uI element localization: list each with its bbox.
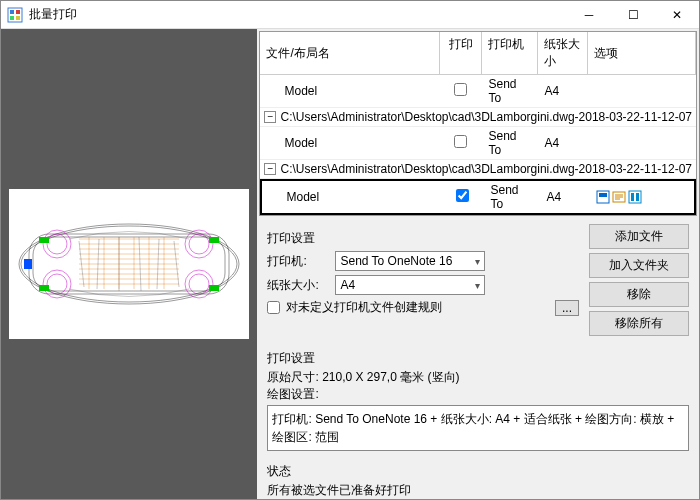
svg-rect-43 [631,193,634,201]
col-size[interactable]: 纸张大小 [538,32,588,74]
svg-rect-4 [16,16,20,20]
printer-select[interactable]: Send To OneNote 16▾ [335,251,485,271]
svg-rect-38 [24,259,32,269]
print-checkbox[interactable] [454,135,467,148]
preview-panel [1,29,257,499]
layout-icon[interactable] [596,190,610,204]
table-row[interactable]: − C:\Users\Administrator\Desktop\cad\3DL… [260,160,696,179]
rule-checkbox[interactable] [267,301,280,314]
row-printer: Send To [482,127,538,159]
file-path: C:\Users\Administrator\Desktop\cad\3DLam… [280,162,692,176]
svg-rect-2 [16,10,20,14]
draw-settings-label: 绘图设置: [267,386,689,403]
svg-rect-37 [209,285,219,291]
titlebar: 批量打印 ─ ☐ ✕ [1,1,699,29]
row-name: Model [284,84,317,98]
print-checkbox[interactable] [456,189,469,202]
file-grid: 文件/布局名 打印 打印机 纸张大小 选项 Model Send To A4 [259,31,697,216]
drawing-preview [9,189,249,339]
svg-rect-44 [636,193,639,201]
status-ready: 所有被选文件已准备好打印 [267,482,689,499]
remove-all-button[interactable]: 移除所有 [589,311,689,336]
settings-section: 打印设置 打印机: Send To OneNote 16▾ 纸张大小: A4▾ … [257,218,699,342]
svg-rect-34 [39,237,49,243]
svg-rect-1 [10,10,14,14]
collapse-icon[interactable]: − [264,163,276,175]
content-area: 文件/布局名 打印 打印机 纸张大小 选项 Model Send To A4 [1,29,699,499]
row-size: A4 [538,82,588,100]
col-printer[interactable]: 打印机 [482,32,538,74]
status-title: 状态 [267,463,689,480]
table-row[interactable]: Model Send To A4 [260,179,696,215]
settings-icon[interactable] [628,190,642,204]
svg-rect-3 [10,16,14,20]
row-printer: Send To [484,181,540,213]
print-checkbox[interactable] [454,83,467,96]
grid-header: 文件/布局名 打印 打印机 纸张大小 选项 [260,32,696,75]
print-settings-title: 打印设置 [267,350,689,367]
row-name: Model [284,136,317,150]
table-row[interactable]: Model Send To A4 [260,127,696,160]
row-size: A4 [538,134,588,152]
table-row[interactable]: Model Send To A4 [260,75,696,108]
draw-settings-details: 打印机: Send To OneNote 16 + 纸张大小: A4 + 适合纸… [267,405,689,451]
minimize-button[interactable]: ─ [567,1,611,29]
rule-label: 对未定义打印机文件创建规则 [286,299,442,316]
original-size: 原始尺寸: 210,0 X 297,0 毫米 (竖向) [267,369,689,386]
chevron-down-icon: ▾ [475,256,480,267]
row-name: Model [286,190,319,204]
maximize-button[interactable]: ☐ [611,1,655,29]
size-label: 纸张大小: [267,277,327,294]
collapse-icon[interactable]: − [264,111,276,123]
printer-label: 打印机: [267,253,327,270]
table-row[interactable]: − C:\Users\Administrator\Desktop\cad\3DL… [260,108,696,127]
col-print[interactable]: 打印 [440,32,482,74]
add-folder-button[interactable]: 加入文件夹 [589,253,689,278]
svg-rect-42 [629,191,641,203]
app-icon [7,7,23,23]
col-options[interactable]: 选项 [588,32,696,74]
rule-options-button[interactable]: ... [555,300,579,316]
close-button[interactable]: ✕ [655,1,699,29]
file-path: C:\Users\Administrator\Desktop\cad\3DLam… [280,110,692,124]
settings-title: 打印设置 [267,230,579,247]
row-printer: Send To [482,75,538,107]
grid-body: Model Send To A4 − C:\Users\Administrato… [260,75,696,215]
right-panel: 文件/布局名 打印 打印机 纸张大小 选项 Model Send To A4 [257,29,699,499]
preview-icon[interactable] [612,190,626,204]
window-controls: ─ ☐ ✕ [567,1,699,29]
chevron-down-icon: ▾ [475,280,480,291]
window-title: 批量打印 [29,6,567,23]
batch-print-window: 批量打印 ─ ☐ ✕ [0,0,700,500]
svg-rect-35 [39,285,49,291]
remove-button[interactable]: 移除 [589,282,689,307]
add-file-button[interactable]: 添加文件 [589,224,689,249]
row-size: A4 [540,188,590,206]
col-name[interactable]: 文件/布局名 [260,32,440,74]
print-settings-section: 打印设置 原始尺寸: 210,0 X 297,0 毫米 (竖向) 绘图设置: 打… [257,342,699,455]
svg-rect-40 [599,193,607,197]
svg-rect-36 [209,237,219,243]
size-select[interactable]: A4▾ [335,275,485,295]
status-section: 状态 所有被选文件已准备好打印 图纸的工作表数量 1 [257,455,699,499]
